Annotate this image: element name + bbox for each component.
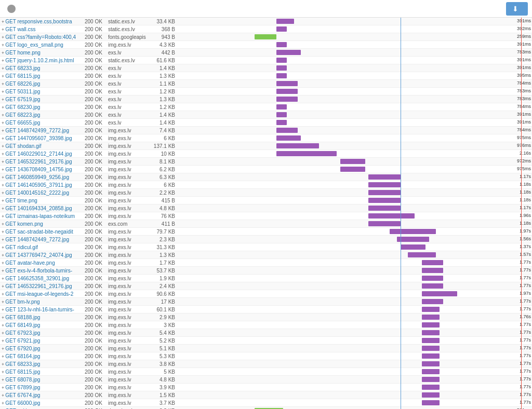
- table-row[interactable]: +GET 68149.jpg200 OKimg.exs.lv3 KB1.77s: [0, 321, 532, 329]
- waterfall-bar: [422, 307, 440, 312]
- cell-domain: img.exs.lv: [107, 150, 148, 158]
- cell-domain: img.exs.lv: [107, 391, 148, 399]
- cell-size: 943 B: [148, 33, 177, 41]
- cell-request-name: +GET ridicul.gif: [0, 243, 83, 251]
- help-icon[interactable]: [7, 5, 16, 13]
- table-row[interactable]: +GET 123-lv-nhl-16-lan-turnirs-200 OKimg…: [0, 306, 532, 313]
- table-row[interactable]: +GET 67899.jpg200 OKimg.exs.lv3.9 KB1.77…: [0, 384, 532, 391]
- cell-waterfall: 1.77s: [177, 321, 532, 329]
- cell-domain: exs.lv: [107, 88, 148, 96]
- table-row[interactable]: +GET 67921.jpg200 OKimg.exs.lv5.2 KB1.77…: [0, 337, 532, 345]
- waterfall-bar: [401, 244, 425, 250]
- table-row[interactable]: +GET 1401694334_20858.jpg200 OKimg.exs.l…: [0, 204, 532, 212]
- table-row[interactable]: +GET 66655.jpg200 OKexs.lv1.4 KB391ms: [0, 119, 532, 127]
- table-row[interactable]: +GET bm-lv.png200 OKimg.exs.lv17 KB1.77s: [0, 298, 532, 306]
- cell-size: 5.2 KB: [148, 337, 177, 345]
- table-row[interactable]: +GET exs-lv-4-florbola-turnirs-200 OKimg…: [0, 267, 532, 275]
- cell-size: 6 KB: [148, 134, 177, 142]
- table-row[interactable]: +GET 67920.jpg200 OKimg.exs.lv5.1 KB1.77…: [0, 345, 532, 352]
- table-row[interactable]: +GET 67674.jpg200 OKimg.exs.lv1.5 KB1.77…: [0, 391, 532, 399]
- table-row[interactable]: +GET responsive.css,bootstra200 OKstatic…: [0, 18, 532, 25]
- table-row[interactable]: +GET avatar-have.png200 OKimg.exs.lv1.7 …: [0, 259, 532, 267]
- cell-domain: img.exs.lv: [107, 243, 148, 251]
- cell-status: 200 OK: [83, 267, 107, 275]
- table-row[interactable]: +GET 1448742449_7272.jpg200 OKimg.exs.lv…: [0, 236, 532, 243]
- table-row[interactable]: +GET 67519.jpg200 OKexs.lv1.3 KB783ms: [0, 96, 532, 103]
- cell-domain: img.exs.lv: [107, 306, 148, 313]
- table-row[interactable]: +GET 68230.jpg200 OKexs.lv1.2 KB784ms: [0, 103, 532, 111]
- cell-request-name: +GET 68115.jpg: [0, 72, 83, 80]
- table-row[interactable]: +GET 1400145162_2222.jpg200 OKimg.exs.lv…: [0, 189, 532, 197]
- title-area: [4, 5, 16, 13]
- table-row[interactable]: +GET 68223.jpg200 OKexs.lv1.4 KB391ms: [0, 111, 532, 119]
- table-row[interactable]: +GET 50311.jpg200 OKexs.lv1.2 KB783ms: [0, 88, 532, 96]
- cell-domain: img.exs.lv: [107, 360, 148, 368]
- table-row[interactable]: +GET 1461405905_37911.jpg200 OKimg.exs.l…: [0, 181, 532, 189]
- waterfall-bar: [422, 392, 440, 398]
- table-row[interactable]: +GET 1448742499_7272.jpg200 OKimg.exs.lv…: [0, 127, 532, 134]
- cell-request-name: +GET 68149.jpg: [0, 321, 83, 329]
- waterfall-bar: [276, 89, 298, 94]
- table-row[interactable]: +GET 68115.jpg200 OKimg.exs.lv5 KB1.77s: [0, 368, 532, 376]
- table-row[interactable]: +GET 1465322961_29176.jpg200 OKimg.exs.l…: [0, 158, 532, 166]
- table-row[interactable]: +GET 68115.jpg200 OKexs.lv1.3 KB395ms: [0, 72, 532, 80]
- cell-domain: img.exs.lv: [107, 134, 148, 142]
- table-row[interactable]: +GET izmainas-lapas-noteikum200 OKimg.ex…: [0, 212, 532, 220]
- download-har-button[interactable]: ⬇: [506, 2, 528, 16]
- table-row[interactable]: +GET 146625358_32901.jpg200 OKimg.exs.lv…: [0, 275, 532, 282]
- table-row[interactable]: +GET 68188.jpg200 OKimg.exs.lv2.9 KB1.76…: [0, 313, 532, 321]
- table-row[interactable]: +GET 67923.jpg200 OKimg.exs.lv5.4 KB1.77…: [0, 329, 532, 337]
- table-row[interactable]: +GET 68164.jpg200 OKimg.exs.lv5.3 KB1.77…: [0, 352, 532, 360]
- cell-waterfall: 976ms: [177, 142, 532, 150]
- waterfall-bar: [276, 104, 287, 110]
- table-row[interactable]: +GET home.png200 OKexs.lv442 B783ms: [0, 49, 532, 57]
- cell-status: 200 OK: [83, 368, 107, 376]
- cell-waterfall: 975ms: [177, 134, 532, 142]
- table-row[interactable]: +GET 1447095607_39398.jpg200 OKimg.exs.l…: [0, 134, 532, 142]
- cell-waterfall: 391ms: [177, 41, 532, 49]
- cell-size: 1.4 KB: [148, 64, 177, 72]
- cell-waterfall: 784ms: [177, 80, 532, 88]
- table-row[interactable]: +GET 1465322961_29176.jpg200 OKimg.exs.l…: [0, 282, 532, 290]
- table-row[interactable]: +GET 68226.jpg200 OKexs.lv1.1 KB784ms: [0, 80, 532, 88]
- table-row[interactable]: +GET 68233.jpg200 OKimg.exs.lv3.8 KB1.77…: [0, 360, 532, 368]
- cell-size: 6.3 KB: [148, 173, 177, 181]
- cell-status: 200 OK: [83, 399, 107, 407]
- table-row[interactable]: +GET 1436708409_14756.jpg200 OKimg.exs.l…: [0, 166, 532, 173]
- table-row[interactable]: +GET 1460229012_27144.jpg200 OKimg.exs.l…: [0, 150, 532, 158]
- waterfall-bar: [422, 315, 440, 320]
- cell-size: 4.8 KB: [148, 376, 177, 384]
- cell-status: 200 OK: [83, 321, 107, 329]
- cell-status: 200 OK: [83, 111, 107, 119]
- table-row[interactable]: +GET wall.css200 OKstatic.exs.lv368 B392…: [0, 25, 532, 33]
- table-row[interactable]: +GET api.js200 OKdraugiem.lv8.3 KB521ms: [0, 407, 532, 410]
- table-row[interactable]: +GET msi-league-of-legends-2200 OKimg.ex…: [0, 290, 532, 298]
- table-row[interactable]: +GET 68078.jpg200 OKimg.exs.lv4.8 KB1.77…: [0, 376, 532, 384]
- table-row[interactable]: +GET ridicul.gif200 OKimg.exs.lv31.3 KB1…: [0, 243, 532, 251]
- cell-waterfall: 783ms: [177, 88, 532, 96]
- table-row[interactable]: +GET 1460859949_9256.jpg200 OKimg.exs.lv…: [0, 173, 532, 181]
- cell-waterfall: 1.77s: [177, 352, 532, 360]
- timing-label: 1.77s: [520, 392, 531, 397]
- cell-waterfall: 1.77s: [177, 329, 532, 337]
- cell-waterfall: 391ms: [177, 119, 532, 127]
- cell-status: 200 OK: [83, 173, 107, 181]
- table-row[interactable]: +GET jquery-1.10.2.min.js.html200 OKstat…: [0, 57, 532, 64]
- timing-label: 391ms: [517, 42, 531, 47]
- cell-size: 442 B: [148, 49, 177, 57]
- table-row[interactable]: +GET css?family=Roboto:400,4200 OKfonts.…: [0, 33, 532, 41]
- cell-status: 200 OK: [83, 275, 107, 282]
- table-row[interactable]: +GET komen.png200 OKexs.com411 B1.18s: [0, 220, 532, 228]
- cell-status: 200 OK: [83, 313, 107, 321]
- cell-size: 1.4 KB: [148, 119, 177, 127]
- table-row[interactable]: +GET sac-stradat-bite-negaidit200 OKimg.…: [0, 228, 532, 236]
- table-row[interactable]: +GET 66000.jpg200 OKimg.exs.lv3.7 KB1.77…: [0, 399, 532, 407]
- table-row[interactable]: +GET 68233.jpg200 OKexs.lv1.4 KB391ms: [0, 64, 532, 72]
- table-row[interactable]: +GET shodan.gif200 OKimg.exs.lv137.1 KB9…: [0, 142, 532, 150]
- cell-waterfall: 1.77s: [177, 368, 532, 376]
- waterfall-bar: [368, 190, 401, 195]
- table-row[interactable]: +GET time.png200 OKimg.exs.lv415 B1.18s: [0, 197, 532, 204]
- table-row[interactable]: +GET logo_exs_small.png200 OKimg.exs.lv4…: [0, 41, 532, 49]
- waterfall-bar: [276, 112, 287, 117]
- table-row[interactable]: +GET 1437769472_24074.jpg200 OKimg.exs.l…: [0, 251, 532, 259]
